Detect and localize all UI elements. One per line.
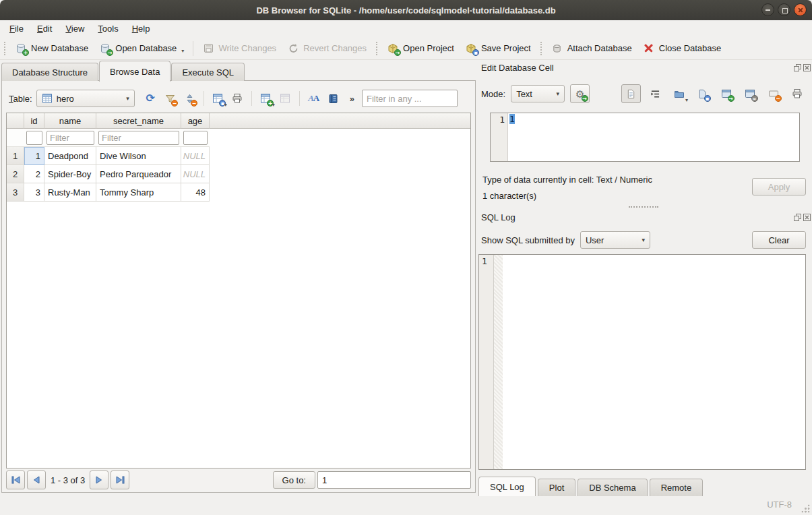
goto-button[interactable]: Go to: xyxy=(273,471,315,489)
chevron-down-icon: ▾ xyxy=(642,237,645,243)
cell-editor[interactable]: 1 1 xyxy=(490,113,800,162)
new-database-label: New Database xyxy=(31,43,88,53)
cell-editor-content[interactable]: 1 xyxy=(508,113,799,161)
next-page-button[interactable] xyxy=(90,471,108,489)
tab-sql-log[interactable]: SQL Log xyxy=(478,477,536,496)
window-title: DB Browser for SQLite - /home/user/code/… xyxy=(256,5,555,16)
last-page-button[interactable] xyxy=(111,471,129,489)
menu-view[interactable]: View xyxy=(59,22,91,36)
filter-input-id[interactable] xyxy=(26,131,42,145)
cell-secret-name[interactable]: Dive Wilson xyxy=(96,147,181,165)
toolbar-grip[interactable] xyxy=(376,42,377,55)
auto-switch-mode-button[interactable]: ⚙ → xyxy=(570,84,590,103)
menu-file[interactable]: File xyxy=(3,22,30,36)
filter-input-secret-name[interactable] xyxy=(98,131,179,145)
sql-log-content[interactable] xyxy=(503,255,805,469)
first-page-button[interactable] xyxy=(6,471,25,489)
cell-name[interactable]: Spider-Boy xyxy=(44,165,96,183)
tab-remote[interactable]: Remote xyxy=(650,479,704,496)
chevron-down-icon: ▾ xyxy=(685,97,688,103)
minimize-button[interactable] xyxy=(761,3,774,16)
print-table-button[interactable] xyxy=(228,90,247,107)
toolbar-grip[interactable] xyxy=(540,42,542,55)
table-combobox[interactable]: hero ▾ xyxy=(36,90,135,107)
toolbar-grip[interactable] xyxy=(4,42,5,55)
cell-age[interactable]: NULL xyxy=(181,165,210,183)
column-header-name[interactable]: name xyxy=(44,113,96,129)
open-external-button[interactable]: → xyxy=(717,85,735,102)
row-header[interactable]: 3 xyxy=(7,183,24,202)
close-database-button[interactable]: Close Database xyxy=(637,40,727,57)
cell-age[interactable]: NULL xyxy=(181,147,210,165)
open-database-dropdown-icon[interactable]: ▾ xyxy=(181,48,184,54)
cell-id[interactable]: 3 xyxy=(24,183,44,202)
corner-header[interactable] xyxy=(7,113,24,129)
dock-splitter-handle[interactable] xyxy=(629,206,658,208)
import-cell-data-button[interactable]: ▾ xyxy=(670,85,688,102)
filter-input-name[interactable] xyxy=(46,131,94,145)
jump-to-row-button[interactable] xyxy=(324,90,342,107)
cell-secret-name[interactable]: Pedro Parqueador xyxy=(96,165,181,183)
row-header[interactable]: 2 xyxy=(7,165,24,183)
close-button[interactable] xyxy=(794,3,807,16)
sql-log-dock-title: SQL Log xyxy=(481,212,516,222)
previous-page-button[interactable] xyxy=(27,471,46,489)
save-project-button[interactable]: ▪ Save Project xyxy=(460,40,536,57)
data-grid: id name secret_name age 1 1 Deadpond Div… xyxy=(6,113,471,468)
print-cell-button[interactable] xyxy=(788,85,806,102)
row-header[interactable]: 1 xyxy=(7,147,24,165)
dock-close-button[interactable] xyxy=(803,213,811,222)
column-header-age[interactable]: age xyxy=(181,113,210,129)
tab-db-schema[interactable]: DB Schema xyxy=(577,479,647,496)
open-url-button[interactable]: ∞ xyxy=(741,85,759,102)
mode-combobox[interactable]: Text ▾ xyxy=(511,85,565,102)
export-table-button[interactable]: ▪ ▾ xyxy=(209,90,227,107)
cell-id[interactable]: 1 xyxy=(24,147,44,165)
cell-name[interactable]: Deadpond xyxy=(44,147,96,165)
open-database-button[interactable]: → Open Database ▾ xyxy=(94,40,189,57)
attach-database-button[interactable]: Attach Database xyxy=(546,40,637,57)
tab-browse-data[interactable]: Browse Data xyxy=(99,61,170,82)
tab-plot[interactable]: Plot xyxy=(538,479,575,496)
menu-tools[interactable]: Tools xyxy=(91,22,125,36)
maximize-button[interactable] xyxy=(778,3,790,16)
apply-button: Apply xyxy=(752,178,806,195)
insert-record-button[interactable]: + ▾ xyxy=(257,90,275,107)
word-wrap-button[interactable] xyxy=(646,85,664,102)
export-cell-data-button[interactable]: ▪ xyxy=(693,85,712,102)
dock-float-button[interactable] xyxy=(793,213,802,222)
toolbar-overflow-button[interactable]: » xyxy=(348,94,356,104)
open-file-icon xyxy=(673,88,685,100)
open-project-button[interactable]: → Open Project xyxy=(381,40,460,57)
table-icon xyxy=(42,93,53,104)
menu-edit[interactable]: Edit xyxy=(30,22,59,36)
sql-log-editor[interactable]: 1 xyxy=(478,254,806,470)
text-mode-toggle-button[interactable] xyxy=(621,84,641,103)
tab-execute-sql[interactable]: Execute SQL xyxy=(171,63,245,81)
clear-filters-button[interactable]: − xyxy=(161,90,179,107)
cell-name[interactable]: Rusty-Man xyxy=(44,183,96,202)
tab-database-structure[interactable]: Database Structure xyxy=(1,63,98,81)
clear-log-button[interactable]: Clear xyxy=(752,231,806,249)
cell-secret-name[interactable]: Tommy Sharp xyxy=(96,183,181,202)
column-header-id[interactable]: id xyxy=(24,113,44,129)
fold-margin xyxy=(494,255,503,469)
column-header-secret-name[interactable]: secret_name xyxy=(96,113,181,129)
refresh-button[interactable]: ⟳ xyxy=(142,90,160,107)
chevron-down-icon: ▾ xyxy=(557,90,560,97)
edit-display-format-button[interactable]: AA xyxy=(305,90,323,107)
cell-id[interactable]: 2 xyxy=(24,165,44,183)
filter-input-age[interactable] xyxy=(183,131,208,145)
goto-input[interactable] xyxy=(317,471,471,489)
cell-age[interactable]: 48 xyxy=(181,183,210,202)
open-database-icon: → xyxy=(99,42,111,54)
dock-float-button[interactable] xyxy=(793,63,802,72)
resize-grip[interactable] xyxy=(801,504,810,513)
set-null-button[interactable]: − xyxy=(764,85,782,102)
menu-help[interactable]: Help xyxy=(125,22,157,36)
sql-source-combobox[interactable]: User ▾ xyxy=(580,231,650,249)
new-database-button[interactable]: + New Database xyxy=(9,40,94,57)
clear-sorting-button[interactable]: − xyxy=(181,90,199,107)
dock-close-button[interactable] xyxy=(803,63,811,72)
filter-any-column-input[interactable] xyxy=(362,90,458,107)
